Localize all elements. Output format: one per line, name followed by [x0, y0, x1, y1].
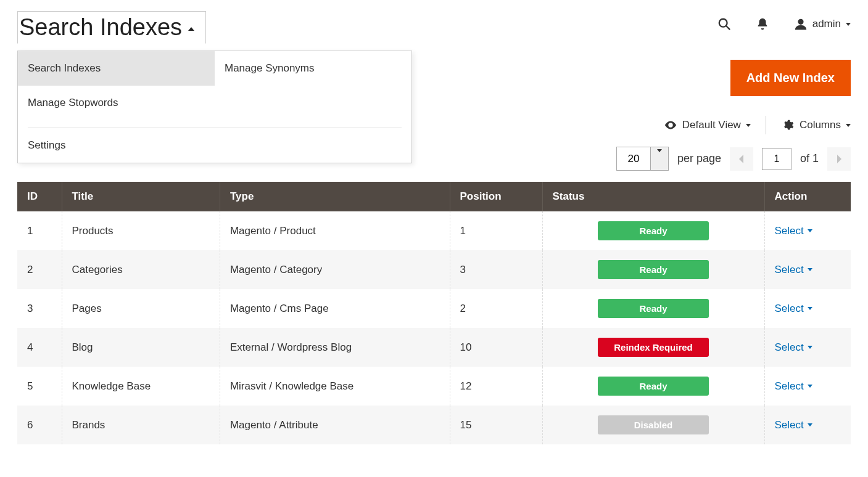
select-action[interactable]: Select — [775, 380, 812, 393]
svg-line-1 — [725, 26, 729, 30]
cell-type: Magento / Cms Page — [220, 289, 450, 328]
col-id[interactable]: ID — [17, 182, 62, 211]
page-size-control — [616, 147, 669, 171]
caret-down-icon — [808, 268, 812, 271]
gear-icon — [781, 118, 795, 132]
caret-down-icon — [846, 23, 851, 26]
caret-down-icon — [746, 124, 751, 127]
caret-down-icon — [808, 385, 812, 388]
cell-position: 3 — [450, 250, 542, 289]
col-status[interactable]: Status — [542, 182, 764, 211]
cell-action: Select — [764, 289, 851, 328]
cell-type: Magento / Product — [220, 211, 450, 250]
col-type[interactable]: Type — [220, 182, 450, 211]
total-pages-label: of 1 — [800, 152, 819, 165]
cell-position: 15 — [450, 406, 542, 444]
caret-up-icon — [188, 27, 194, 31]
cell-action: Select — [764, 250, 851, 289]
svg-point-0 — [719, 19, 727, 27]
table-row: 5Knowledge BaseMirasvit / Knowledge Base… — [17, 367, 851, 406]
dropdown-item-settings[interactable]: Settings — [18, 128, 215, 163]
select-action[interactable]: Select — [775, 419, 812, 431]
cell-action: Select — [764, 406, 851, 444]
select-action-label: Select — [775, 341, 804, 354]
next-page-button[interactable] — [827, 147, 851, 171]
user-menu[interactable]: admin — [794, 17, 851, 31]
cell-title: Categories — [62, 250, 220, 289]
cell-position: 2 — [450, 289, 542, 328]
table-row: 2CategoriesMagento / Category3ReadySelec… — [17, 250, 851, 289]
prev-page-button[interactable] — [730, 147, 753, 171]
caret-down-icon — [846, 124, 851, 127]
col-action[interactable]: Action — [764, 182, 851, 211]
svg-point-2 — [798, 19, 803, 25]
select-action[interactable]: Select — [775, 303, 812, 315]
columns-label: Columns — [800, 119, 841, 131]
cell-position: 12 — [450, 367, 542, 406]
cell-title: Blog — [62, 328, 220, 367]
status-badge: Disabled — [598, 415, 709, 434]
dropdown-item-manage-stopwords[interactable]: Manage Stopwords — [18, 86, 215, 120]
cell-type: Magento / Attribute — [220, 406, 450, 444]
caret-down-icon — [808, 423, 812, 426]
cell-type: Mirasvit / Knowledge Base — [220, 367, 450, 406]
select-action-label: Select — [775, 303, 804, 315]
cell-action: Select — [764, 328, 851, 367]
cell-type: External / Wordpress Blog — [220, 328, 450, 367]
status-badge: Ready — [598, 221, 709, 240]
bell-icon[interactable] — [756, 17, 769, 31]
caret-down-icon — [808, 229, 812, 232]
add-new-index-button[interactable]: Add New Index — [730, 60, 851, 96]
cell-status: Ready — [542, 250, 764, 289]
indexes-table: ID Title Type Position Status Action 1Pr… — [17, 182, 851, 444]
dropdown-item-manage-synonyms[interactable]: Manage Synonyms — [215, 51, 411, 86]
header-icons: admin — [717, 11, 851, 31]
status-badge: Ready — [598, 260, 709, 279]
select-action[interactable]: Select — [775, 341, 812, 354]
cell-status: Ready — [542, 211, 764, 250]
cell-status: Reindex Required — [542, 328, 764, 367]
cell-title: Knowledge Base — [62, 367, 220, 406]
select-action-label: Select — [775, 264, 804, 276]
table-row: 6BrandsMagento / Attribute15DisabledSele… — [17, 406, 851, 444]
cell-position: 1 — [450, 211, 542, 250]
col-title[interactable]: Title — [62, 182, 220, 211]
vertical-divider — [766, 116, 766, 134]
search-icon[interactable] — [717, 17, 731, 31]
cell-status: Ready — [542, 289, 764, 328]
page-title[interactable]: Search Indexes — [17, 11, 206, 44]
col-position[interactable]: Position — [450, 182, 542, 211]
select-action[interactable]: Select — [775, 225, 812, 237]
cell-id: 4 — [17, 328, 62, 367]
columns-toggle[interactable]: Columns — [781, 118, 851, 132]
caret-down-icon — [808, 346, 812, 349]
page-number-input[interactable] — [762, 148, 792, 170]
cell-id: 5 — [17, 367, 62, 406]
page-size-dropdown[interactable] — [650, 147, 668, 170]
cell-id: 3 — [17, 289, 62, 328]
dropdown-item-search-indexes[interactable]: Search Indexes — [18, 51, 215, 86]
status-badge: Ready — [598, 299, 709, 318]
page-title-text: Search Indexes — [19, 14, 182, 41]
cell-id: 6 — [17, 406, 62, 444]
caret-down-icon — [808, 307, 812, 310]
cell-title: Products — [62, 211, 220, 250]
default-view-toggle[interactable]: Default View — [664, 118, 751, 132]
status-badge: Ready — [598, 377, 709, 396]
page-title-with-dropdown: Search Indexes Search Indexes Manage Syn… — [17, 11, 206, 44]
per-page-label: per page — [677, 152, 721, 165]
default-view-label: Default View — [682, 119, 741, 131]
select-action[interactable]: Select — [775, 264, 812, 276]
eye-icon — [664, 118, 677, 132]
cell-action: Select — [764, 211, 851, 250]
select-action-label: Select — [775, 419, 804, 431]
cell-id: 1 — [17, 211, 62, 250]
page-header: Search Indexes Search Indexes Manage Syn… — [0, 0, 868, 50]
status-badge: Reindex Required — [598, 338, 709, 357]
table-row: 3PagesMagento / Cms Page2ReadySelect — [17, 289, 851, 328]
table-header-row: ID Title Type Position Status Action — [17, 182, 851, 211]
user-icon — [794, 17, 808, 31]
title-dropdown: Search Indexes Manage Synonyms Manage St… — [17, 51, 412, 163]
table-row: 4BlogExternal / Wordpress Blog10Reindex … — [17, 328, 851, 367]
page-size-input[interactable] — [617, 148, 650, 170]
